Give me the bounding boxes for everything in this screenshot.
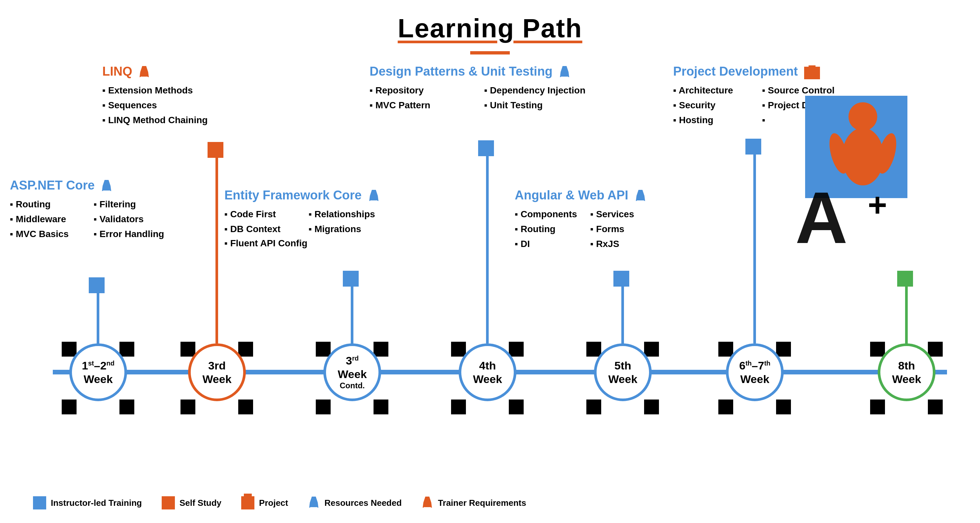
project-icon [804,65,820,79]
legend-selfstudy-icon [162,496,175,509]
linq-items: Extension Methods Sequences LINQ Method … [102,83,208,128]
dp-icon [558,65,571,79]
legend-selfstudy: Self Study [162,496,221,509]
project-title: Project Development [673,64,838,79]
legend-project-icon [241,496,255,509]
week1-dot [89,277,105,293]
week8-dot [897,271,913,287]
dp-items: Repository Dependency Injection MVC Patt… [369,83,585,113]
legend-instructor-icon [33,496,46,509]
page-container: Learning Path 1st–2nd Week ASP.NET Core … [0,0,980,523]
week67-circle: 6th–7th Week [726,343,784,401]
week4-connector [486,147,489,343]
ef-items: Code First Relationships DB Context Migr… [224,207,380,237]
legend-instructor: Instructor-led Training [33,496,142,509]
week1-node: 1st–2nd Week [69,343,127,401]
linq-icon [138,65,150,79]
project-grade-plus: + [868,188,887,221]
week5-dot [613,271,629,287]
week4-node: 4th Week [459,343,516,401]
aspnet-items: Routing Filtering Middleware Validators … [10,197,164,241]
project-grade-text: A [795,182,848,254]
week5-connector [621,277,624,345]
week3-connector [215,148,218,343]
week8-node: 8th Week [878,343,935,401]
svg-point-7 [848,102,877,131]
week3c-dot [343,271,359,287]
legend-resources-icon [308,496,320,510]
angular-icon [635,189,646,203]
week5-circle: 5th Week [594,343,652,401]
svg-rect-1 [142,75,147,77]
legend-project-label: Project [259,498,288,508]
week8-connector [905,277,908,345]
week3c-node: 3rd Week Contd. [323,343,381,401]
svg-rect-11 [311,505,317,507]
ef-title: Entity Framework Core [224,188,380,203]
svg-rect-0 [104,188,109,191]
linq-title: LINQ [102,64,208,79]
svg-rect-4 [638,198,643,201]
week1-circle: 1st–2nd Week [69,343,127,401]
aspnet-title: ASP.NET Core [10,178,164,193]
ef-topic: Entity Framework Core Code First Relatio… [224,188,380,249]
ef-icon [368,189,380,203]
title-underline [470,51,510,54]
aspnet-topic: ASP.NET Core Routing Filtering Middlewar… [10,178,164,241]
week8-circle: 8th Week [878,343,935,401]
angular-topic: Angular & Web API Components Services Ro… [515,188,653,251]
linq-topic: LINQ Extension Methods Sequences LINQ Me… [102,64,208,128]
angular-items: Components Services Routing Forms DI RxJ… [515,207,653,251]
legend-resources-label: Resources Needed [325,498,402,508]
angular-title: Angular & Web API [515,188,653,203]
legend-instructor-label: Instructor-led Training [51,498,142,508]
legend-trainer-label: Trainer Requirements [438,498,526,508]
legend-resources: Resources Needed [308,496,402,510]
week3-node: 3rd Week [188,343,246,401]
project-illustration: A + [805,96,947,248]
week3-circle: 3rd Week [188,343,246,401]
page-title: Learning Path [0,0,980,43]
week3c-connector [351,277,353,345]
week3-dot [208,142,223,158]
svg-rect-2 [371,198,377,201]
svg-point-8 [842,128,884,185]
week67-dot [745,139,761,155]
legend-selfstudy-label: Self Study [180,498,221,508]
week5-node: 5th Week [594,343,652,401]
week4-dot [478,140,494,156]
week67-node: 6th–7th Week [726,343,784,401]
dp-topic: Design Patterns & Unit Testing Repositor… [369,64,585,113]
week3c-circle: 3rd Week Contd. [323,343,381,401]
ef-extra: ▪ Fluent API Config [224,238,380,249]
svg-rect-3 [562,75,567,77]
legend-project: Project [241,496,288,509]
aspnet-icon [101,179,113,193]
svg-rect-6 [809,65,815,69]
legend-trainer: Trainer Requirements [422,496,526,510]
week4-circle: 4th Week [459,343,516,401]
legend: Instructor-led Training Self Study Proje… [33,496,526,510]
dp-title: Design Patterns & Unit Testing [369,64,585,79]
svg-rect-12 [425,505,430,507]
week67-connector [753,145,756,343]
legend-trainer-icon [422,496,433,510]
